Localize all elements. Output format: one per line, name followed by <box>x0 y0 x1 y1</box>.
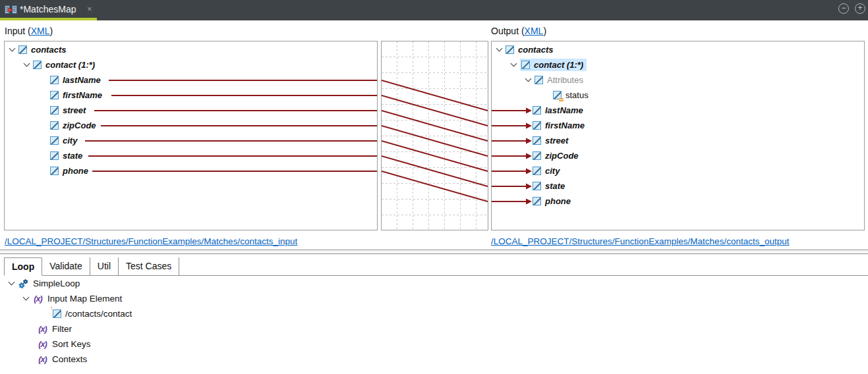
output-tree-item-phone[interactable]: phone <box>492 194 863 209</box>
xml-element-icon <box>533 182 541 190</box>
output-tree-item-city[interactable]: city <box>492 163 863 178</box>
function-icon: (x) <box>37 325 48 334</box>
chevron-down-icon[interactable] <box>525 76 532 82</box>
horizontal-splitter[interactable] <box>0 250 868 254</box>
input-xml-link[interactable]: XML <box>31 26 50 36</box>
bottom-tab-bar: Loop Validate Util Test Cases <box>4 257 179 276</box>
editor-tab-title[interactable]: *MatchesMap <box>20 4 76 14</box>
input-header-suffix: ) <box>50 26 53 36</box>
editor-tab-bar: *MatchesMap × − + <box>0 0 868 20</box>
tree-item-label: Filter <box>52 324 72 334</box>
xml-element-icon <box>533 106 541 115</box>
tree-item-label: Contexts <box>52 354 87 364</box>
output-header-text: Output ( <box>491 26 525 36</box>
input-structure-path-link[interactable]: /LOCAL_PROJECT/Structures/FunctionExampl… <box>5 236 297 246</box>
tab-test-cases[interactable]: Test Cases <box>119 257 179 275</box>
tree-item-label: contact (1:*) <box>534 60 583 70</box>
rule-tree-item-input-map-element[interactable]: (x) Input Map Element <box>4 291 867 306</box>
grid-background <box>382 41 488 230</box>
xml-element-icon <box>533 197 541 205</box>
output-xml-link[interactable]: XML <box>525 26 544 36</box>
xml-attribute-icon <box>553 91 562 99</box>
xml-element-icon <box>521 61 530 69</box>
tree-item-label: zipCode <box>545 151 579 161</box>
xml-element-icon <box>533 167 541 175</box>
tree-item-label: street <box>545 136 568 146</box>
rule-tree-item-simpleloop[interactable]: SimpleLoop <box>4 276 867 291</box>
input-tree-panel: contacts contact (1:*) lastName firstNam… <box>4 41 378 230</box>
tree-item-label: state <box>545 181 565 191</box>
output-tree-item-lastname[interactable]: lastName <box>492 103 863 118</box>
tree-item-label: city <box>545 166 560 176</box>
output-tree-item-street[interactable]: street <box>492 133 863 148</box>
tree-item-label: phone <box>545 196 571 206</box>
chevron-down-icon[interactable] <box>511 61 517 67</box>
tree-item-label: Sort Keys <box>52 339 91 349</box>
output-tree-item-state[interactable]: state <box>492 178 863 194</box>
xml-element-icon <box>533 136 541 145</box>
mapping-canvas-lines <box>382 41 488 230</box>
chevron-down-icon[interactable] <box>496 45 503 52</box>
input-header-text: Input ( <box>5 26 31 36</box>
input-pane-header: Input (XML) <box>5 26 53 36</box>
plus-circle-icon[interactable]: + <box>855 3 865 14</box>
output-header-suffix: ) <box>543 26 546 36</box>
xml-element-icon <box>533 151 541 160</box>
tree-item-label: contacts <box>518 45 553 55</box>
tree-item-label: lastName <box>545 105 583 115</box>
output-tree-item-attributes[interactable]: Attributes <box>492 72 863 88</box>
output-tree-panel: contacts contact (1:*) Attributes status… <box>491 41 865 230</box>
mapped-element-icon: ↑ <box>53 309 61 318</box>
rule-tree-item-filter[interactable]: (x) Filter <box>4 321 867 336</box>
output-pane-header: Output (XML) <box>491 26 546 36</box>
output-tree-item-contact[interactable]: contact (1:*) <box>492 57 863 72</box>
gears-icon <box>18 279 29 289</box>
tree-item-label: SimpleLoop <box>33 279 80 288</box>
selected-item-highlight[interactable]: contact (1:*) <box>520 59 587 71</box>
function-icon: (x) <box>37 340 48 349</box>
rule-tree-item-contexts[interactable]: (x) Contexts <box>4 352 867 367</box>
function-icon: (x) <box>32 294 43 304</box>
tree-item-label: Attributes <box>547 75 583 85</box>
tab-loop[interactable]: Loop <box>4 257 42 276</box>
output-tree-item-contacts[interactable]: contacts <box>492 42 863 57</box>
output-structure-path-link[interactable]: /LOCAL_PROJECT/Structures/FunctionExampl… <box>491 236 789 246</box>
map-file-icon <box>5 5 17 18</box>
input-mapping-stubs <box>5 41 377 230</box>
function-icon: (x) <box>37 355 48 364</box>
tree-item-label: firstName <box>545 120 585 130</box>
tree-item-label: /contacts/contact <box>65 309 132 319</box>
tab-util[interactable]: Util <box>90 257 119 275</box>
chevron-down-icon[interactable] <box>23 294 30 301</box>
rule-tree-item-contacts-contact[interactable]: ↑ /contacts/contact <box>4 306 867 321</box>
minus-circle-icon[interactable]: − <box>838 3 849 14</box>
output-tree-item-firstname[interactable]: firstName <box>492 118 863 133</box>
chevron-down-icon[interactable] <box>9 279 15 286</box>
output-tree-item-status[interactable]: status <box>492 88 863 103</box>
loop-rule-tree: SimpleLoop (x) Input Map Element ↑ /cont… <box>4 276 868 374</box>
rule-tree-item-sort-keys[interactable]: (x) Sort Keys <box>4 336 867 352</box>
xml-element-icon <box>506 45 514 54</box>
tree-item-label: Input Map Element <box>47 294 122 304</box>
mapping-canvas[interactable] <box>381 41 488 230</box>
tree-item-label: status <box>565 90 589 100</box>
output-tree-item-zipcode[interactable]: zipCode <box>492 148 863 163</box>
tab-validate[interactable]: Validate <box>42 257 90 275</box>
active-tab-underline <box>0 18 97 20</box>
close-icon[interactable]: × <box>87 4 92 14</box>
xml-element-icon <box>535 76 543 84</box>
xml-element-icon <box>533 121 541 130</box>
